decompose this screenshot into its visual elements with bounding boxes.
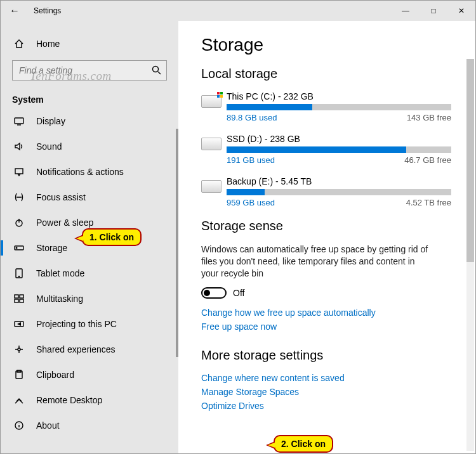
window-title: Settings <box>34 6 61 15</box>
link-optimize-drives[interactable]: Optimize Drives <box>201 401 461 411</box>
svg-point-13 <box>18 348 20 351</box>
drive-icon <box>201 134 227 165</box>
page-title: Storage <box>201 35 461 55</box>
sidebar-item-multitasking[interactable]: Multitasking <box>1 286 178 311</box>
search-box[interactable] <box>12 60 167 81</box>
drive-used: 89.8 GB used <box>227 113 277 122</box>
drive-usage-bar <box>227 146 451 153</box>
drive-name: SSD (D:) - 238 GB <box>227 134 451 144</box>
link-new-content[interactable]: Change where new content is saved <box>201 373 461 383</box>
remote-icon <box>12 395 26 405</box>
notifications-icon <box>12 167 26 177</box>
sound-icon <box>12 141 26 152</box>
svg-rect-1 <box>15 118 23 124</box>
sidebar-item-tablet[interactable]: Tablet mode <box>1 261 178 286</box>
svg-rect-8 <box>15 295 18 298</box>
main-scrollbar[interactable] <box>466 59 474 451</box>
storage-sense-desc: Windows can automatically free up space … <box>201 243 430 280</box>
back-button[interactable]: ← <box>1 5 29 16</box>
focus-icon <box>12 192 26 202</box>
sidebar-item-about[interactable]: About <box>1 413 178 438</box>
drive-usage-bar <box>227 104 451 110</box>
maximize-button[interactable]: □ <box>420 1 447 21</box>
home-icon <box>12 39 26 49</box>
tablet-icon <box>12 268 26 278</box>
svg-point-7 <box>18 276 19 276</box>
drive-usage-bar <box>227 189 451 195</box>
projecting-icon <box>12 319 26 329</box>
sidebar-item-focus-assist[interactable]: Focus assist <box>1 185 178 210</box>
section-heading: System <box>1 89 178 108</box>
home-label: Home <box>36 39 60 49</box>
more-storage-heading: More storage settings <box>201 348 461 363</box>
drive-name: This PC (C:) - 232 GB <box>227 91 451 101</box>
drive-row[interactable]: Backup (E:) - 5.45 TB959 GB used4.52 TB … <box>201 176 461 207</box>
main-panel: Storage Local storage This PC (C:) - 232… <box>178 21 475 453</box>
about-icon <box>12 420 26 431</box>
svg-point-5 <box>16 247 17 249</box>
drive-row[interactable]: SSD (D:) - 238 GB191 GB used46.7 GB free <box>201 134 461 165</box>
sidebar-item-remote[interactable]: Remote Desktop <box>1 387 178 413</box>
search-input[interactable] <box>18 65 151 76</box>
annotation-callout-2: 2. Click on <box>274 435 333 453</box>
clipboard-icon <box>12 370 26 380</box>
drive-icon <box>201 91 227 122</box>
sidebar-item-sound[interactable]: Sound <box>1 134 178 159</box>
drive-free: 4.52 TB free <box>406 198 451 207</box>
annotation-callout-1: 1. Click on <box>82 228 142 246</box>
sidebar-item-notifications[interactable]: Notifications & actions <box>1 159 178 185</box>
drive-used: 959 GB used <box>227 198 275 207</box>
link-change-auto[interactable]: Change how we free up space automaticall… <box>201 308 461 318</box>
sidebar-item-shared[interactable]: Shared experiences <box>1 337 178 362</box>
storage-sense-toggle[interactable] <box>201 287 227 299</box>
sidebar-item-projecting[interactable]: Projecting to this PC <box>1 311 178 337</box>
drive-used: 191 GB used <box>227 155 275 165</box>
titlebar: ← Settings ― □ ✕ <box>1 1 475 21</box>
sidebar-item-clipboard[interactable]: Clipboard <box>1 362 178 387</box>
multitasking-icon <box>12 294 26 304</box>
drive-row[interactable]: This PC (C:) - 232 GB89.8 GB used143 GB … <box>201 91 461 122</box>
drive-free: 46.7 GB free <box>404 155 451 165</box>
svg-point-0 <box>153 66 159 72</box>
drive-name: Backup (E:) - 5.45 TB <box>227 176 451 186</box>
svg-rect-9 <box>20 295 23 298</box>
display-icon <box>12 116 26 126</box>
storage-sense-state: Off <box>233 288 244 298</box>
shared-icon <box>12 344 26 354</box>
home-nav[interactable]: Home <box>1 31 178 56</box>
minimize-button[interactable]: ― <box>392 1 420 21</box>
sidebar-item-display[interactable]: Display <box>1 108 178 134</box>
close-button[interactable]: ✕ <box>447 1 475 21</box>
storage-icon <box>12 243 26 253</box>
search-icon <box>151 65 161 77</box>
local-storage-heading: Local storage <box>201 67 461 81</box>
svg-rect-10 <box>15 299 18 302</box>
link-free-now[interactable]: Free up space now <box>201 321 461 332</box>
power-icon <box>12 217 26 228</box>
link-storage-spaces[interactable]: Manage Storage Spaces <box>201 387 461 397</box>
storage-sense-heading: Storage sense <box>201 219 461 233</box>
drive-icon <box>201 176 227 207</box>
svg-rect-2 <box>15 169 23 174</box>
svg-rect-11 <box>20 299 23 302</box>
drive-free: 143 GB free <box>407 113 451 122</box>
